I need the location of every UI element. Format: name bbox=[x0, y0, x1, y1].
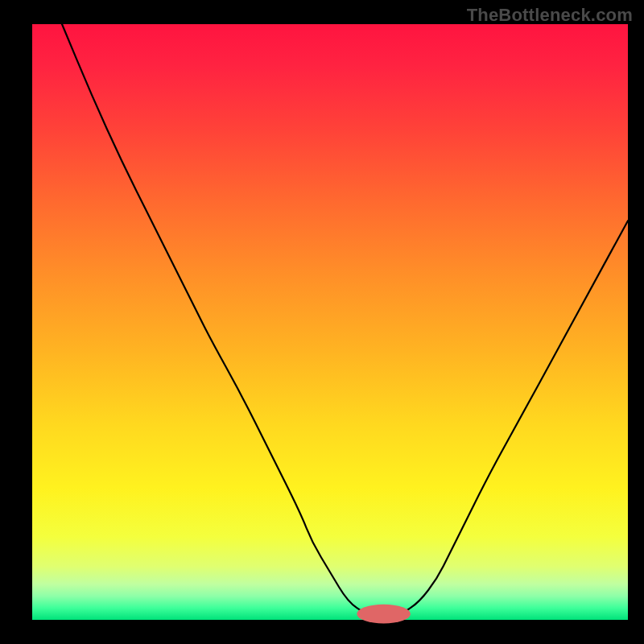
plot-background bbox=[32, 24, 628, 620]
chart-stage: TheBottleneck.com bbox=[0, 0, 644, 644]
optimal-point-marker bbox=[357, 605, 411, 624]
bottleneck-chart bbox=[0, 0, 644, 644]
